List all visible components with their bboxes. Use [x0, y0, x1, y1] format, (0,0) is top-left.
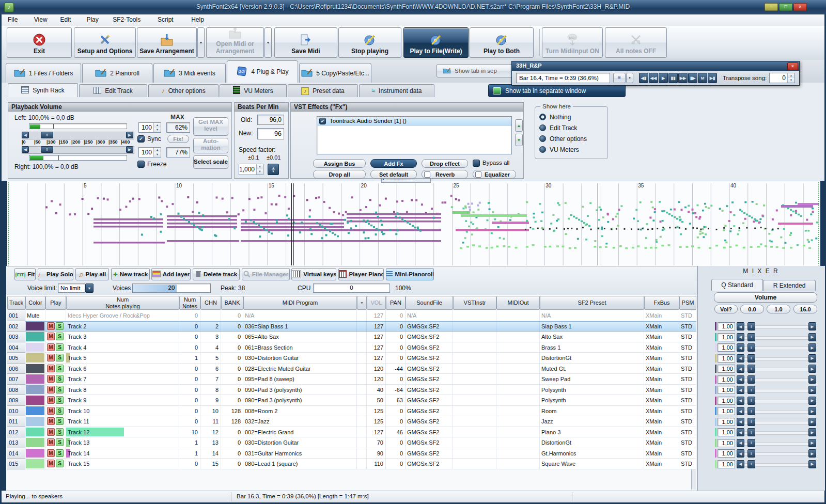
solo-button[interactable]: S [56, 438, 64, 446]
vst-effects-list[interactable]: ✔Toontrack Audio Sender [1] () [317, 116, 512, 154]
radio-icon[interactable] [539, 146, 546, 153]
track-row-013-play[interactable]: MS [45, 437, 66, 448]
menu-item-edit[interactable]: Edit [58, 16, 73, 23]
solo-button[interactable]: S [56, 417, 64, 425]
subtab-vu-meters[interactable]: VU Meters [220, 84, 287, 97]
right-balance-slider-right-arrow[interactable]: ▶ [126, 146, 133, 153]
column-header-pan[interactable]: PAN [386, 296, 406, 310]
play-to-file-button[interactable]: Play to File(Write) [403, 27, 469, 58]
track-row-001-number[interactable]: 001 [7, 310, 25, 321]
mini-pianoroll-button[interactable]: Mini-Pianoroll [386, 268, 434, 280]
column-header-sf2[interactable]: SF2 Preset [540, 296, 644, 310]
transport-rewind-button[interactable]: ◀◀ [649, 73, 658, 83]
column-header-play[interactable]: Play [45, 296, 66, 310]
bypass-all-checkbox[interactable]: Bypass all [473, 160, 514, 167]
mute-button[interactable]: M [47, 333, 55, 340]
channel-slider-thumb[interactable]: ‖ [747, 439, 755, 447]
left-balance-slider-right-arrow[interactable]: ▶ [126, 132, 133, 138]
track-row-009-color[interactable] [25, 395, 45, 406]
assign-bus-button[interactable]: Assign Bus [313, 159, 366, 168]
channel-volume-value[interactable]: 1,00 [718, 375, 735, 384]
mute-button[interactable]: M [47, 417, 55, 425]
track-row-010-color[interactable] [25, 406, 45, 417]
solo-button[interactable]: S [56, 449, 64, 457]
show-tab-separate-button-partial[interactable]: Show tab in sep [437, 64, 513, 77]
column-header-vstinstr[interactable]: VSTInstr [453, 296, 496, 310]
channel-slider-thumb[interactable]: ‖ [747, 418, 755, 426]
mixer-min-button[interactable]: 0.0 [740, 305, 764, 313]
show-tab-separate-button[interactable]: Show tab in separate window [488, 84, 626, 97]
column-header-vol[interactable]: VOL [367, 296, 386, 310]
channel-slider-left-arrow[interactable]: ◀ [737, 375, 744, 384]
track-row-007-name[interactable]: Track 7 [66, 374, 179, 385]
track-row-009-play[interactable]: MS [45, 395, 66, 406]
channel-slider-left-arrow[interactable]: ◀ [737, 397, 744, 405]
channel-slider-thumb[interactable]: ‖ [747, 397, 755, 405]
mixer-tab-standard[interactable]: Q Standard [711, 279, 763, 291]
radio-icon[interactable] [539, 124, 546, 131]
mute-button[interactable]: M [47, 407, 55, 415]
channel-slider-right-arrow[interactable]: ▶ [808, 418, 816, 426]
track-row-007-number[interactable]: 007 [7, 374, 25, 385]
freeze-check-icon[interactable] [137, 161, 145, 168]
track-row-002-color[interactable] [25, 321, 45, 332]
track-color-swatch[interactable] [26, 374, 44, 384]
column-header-id[interactable]: Track [7, 296, 25, 310]
playback-window[interactable]: 33H_R&P×Bar 16.4, Time = 0:39 (36,6%)≡▼◀… [511, 61, 800, 86]
transport-skip-to-start-button[interactable]: ◀▮ [639, 73, 648, 83]
transport-fast-forward-button[interactable]: ▶▶ [678, 73, 688, 83]
left-balance-slider[interactable]: ◀‖▶ [22, 132, 134, 139]
transport-skip-to-end-button[interactable]: ▶▮ [708, 73, 717, 83]
track-row-002-number[interactable]: 002 [7, 321, 25, 332]
play-all-button[interactable]: ♫Play all [75, 268, 109, 280]
reverb-checkbox-icon[interactable] [424, 171, 430, 178]
track-row-010-name[interactable]: Track 10 [66, 406, 179, 417]
track-row-009-name[interactable]: Track 9 [66, 395, 179, 406]
track-row-005-number[interactable]: 005 [7, 353, 25, 364]
transport-play-button[interactable]: ▶ [659, 73, 668, 83]
channel-slider-right-arrow[interactable]: ▶ [808, 375, 816, 384]
channel-slider-right-arrow[interactable]: ▶ [808, 439, 816, 447]
up-arrow-icon[interactable]: ▲ [257, 164, 263, 169]
track-color-swatch[interactable] [26, 343, 44, 352]
up-arrow-icon[interactable]: ▲ [154, 123, 161, 128]
track-row-004-name[interactable]: Track 4 [66, 342, 179, 353]
column-header-program[interactable]: MIDI Program [243, 296, 357, 310]
minimize-button[interactable]: – [765, 3, 778, 11]
up-arrow-icon[interactable]: ▲ [154, 148, 161, 152]
set-default-button[interactable]: Set default [370, 170, 417, 179]
menu-item-script[interactable]: Script [155, 16, 176, 23]
track-row-014-color[interactable] [25, 448, 45, 459]
track-row-002-name[interactable]: Track 2 [66, 321, 179, 332]
file-manager-button[interactable]: File Manager [242, 268, 290, 280]
new-track-button[interactable]: +New track [111, 268, 150, 280]
freeze-checkbox[interactable]: Freeze [137, 161, 175, 168]
down-arrow-icon[interactable]: ▼ [257, 169, 263, 175]
solo-button[interactable]: S [56, 386, 64, 393]
tab-3-midi-events[interactable]: 3 Midi events [153, 63, 226, 83]
column-header-arrow[interactable]: ▼ [357, 296, 367, 310]
column-header-fxbus[interactable]: FxBus [644, 296, 679, 310]
column-header-soundfile[interactable]: SoundFile [406, 296, 453, 310]
channel-slider-left-arrow[interactable]: ◀ [737, 386, 744, 394]
menu-item-play[interactable]: Play [84, 16, 100, 23]
track-row-015-color[interactable] [25, 459, 45, 469]
channel-slider-left-arrow[interactable]: ◀ [737, 407, 744, 415]
down-arrow-icon[interactable]: ▼ [154, 152, 161, 157]
channel-volume-value[interactable]: 1,00 [718, 354, 735, 363]
track-row-004-number[interactable]: 004 [7, 342, 25, 353]
save-arrangement-dropdown-arrow[interactable]: ▼ [197, 27, 205, 58]
channel-slider-right-arrow[interactable]: ▶ [808, 333, 816, 341]
track-color-swatch[interactable] [26, 406, 44, 416]
get-max-level-button[interactable]: Get MAX level [193, 117, 228, 136]
track-color-swatch[interactable] [26, 428, 44, 437]
mixer-volume-button[interactable]: Volume [714, 292, 817, 303]
track-row-003-number[interactable]: 003 [7, 332, 25, 342]
track-row-015-play[interactable]: MS [45, 459, 66, 469]
track-row-005-name[interactable]: Track 5 [66, 353, 179, 364]
column-header-midiout[interactable]: MIDIOut [496, 296, 540, 310]
channel-slider-left-arrow[interactable]: ◀ [737, 354, 744, 363]
mute-button[interactable]: M [47, 386, 55, 393]
save-midi-button[interactable]: Save Midi [274, 27, 337, 58]
transpose-spinner[interactable]: 0▲▼ [769, 73, 795, 83]
